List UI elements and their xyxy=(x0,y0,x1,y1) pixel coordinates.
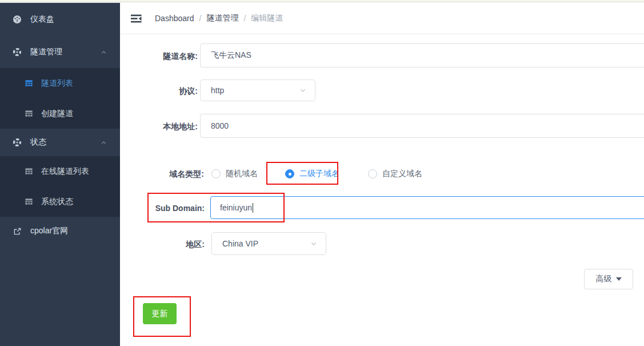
sidebar-item-label: 状态 xyxy=(30,137,46,148)
breadcrumb: Dashboard / 隧道管理 / 编辑隧道 xyxy=(155,13,283,23)
radio-custom-domain[interactable]: 自定义域名 xyxy=(368,169,422,179)
radio-circle-icon xyxy=(211,169,221,178)
table-grid-icon xyxy=(24,197,33,206)
sidebar-submenu-status: 在线隧道列表 系统状态 xyxy=(0,156,120,217)
sidebar-item-tunnel-management[interactable]: 隧道管理 xyxy=(0,36,120,68)
text-caret xyxy=(253,203,253,213)
sidebar-item-label: 隧道列表 xyxy=(41,78,73,89)
table-grid-icon xyxy=(24,79,33,88)
radio-circle-icon xyxy=(368,169,377,178)
radio-random-domain[interactable]: 随机域名 xyxy=(211,169,258,179)
breadcrumb-separator: / xyxy=(199,14,202,23)
table-grid-icon xyxy=(24,167,33,176)
sidebar-item-cpolar-website[interactable]: cpolar官网 xyxy=(0,217,120,245)
gauge-icon xyxy=(13,15,22,24)
notched-ring-icon xyxy=(13,138,22,147)
sidebar-submenu-tunnel: 隧道列表 创建隧道 xyxy=(0,68,120,129)
notched-ring-icon xyxy=(13,47,22,57)
advanced-button[interactable]: 高级 xyxy=(584,269,633,289)
breadcrumb-edit-tunnel: 编辑隧道 xyxy=(251,13,283,23)
local-address-label: 本地地址: xyxy=(129,122,198,132)
breadcrumb-dashboard[interactable]: Dashboard xyxy=(155,14,194,23)
subdomain-input[interactable]: feiniuyun xyxy=(210,196,644,219)
protocol-select[interactable]: http xyxy=(200,79,315,101)
protocol-label: 协议: xyxy=(129,86,198,97)
radio-subdomain[interactable]: 二级子域名 xyxy=(285,169,339,179)
subdomain-input-value: feiniuyun xyxy=(220,203,252,212)
sidebar-item-dashboard[interactable]: 仪表盘 xyxy=(0,3,120,36)
update-button[interactable]: 更新 xyxy=(143,303,177,324)
sidebar-item-label: 在线隧道列表 xyxy=(41,166,89,177)
breadcrumb-tunnel-management[interactable]: 隧道管理 xyxy=(206,13,238,23)
radio-circle-checked-icon xyxy=(285,169,294,178)
sidebar-item-status[interactable]: 状态 xyxy=(0,129,120,156)
tunnel-name-input[interactable] xyxy=(200,43,644,67)
sidebar-item-system-status[interactable]: 系统状态 xyxy=(0,186,120,217)
chevron-down-icon xyxy=(299,86,307,94)
advanced-button-label: 高级 xyxy=(596,274,612,284)
region-select-value: China VIP xyxy=(222,239,258,248)
page: 仪表盘 隧道管理 xyxy=(0,0,644,346)
radio-label: 随机域名 xyxy=(226,169,258,179)
sidebar-item-label: 创建隧道 xyxy=(41,109,73,119)
radio-label: 自定义域名 xyxy=(382,169,422,179)
region-label: 地区: xyxy=(129,240,205,250)
protocol-select-value: http xyxy=(211,86,224,95)
menu-fold-icon[interactable] xyxy=(130,13,142,24)
sidebar-item-online-tunnel-list[interactable]: 在线隧道列表 xyxy=(0,156,120,186)
top-strip xyxy=(0,0,644,2)
chevron-up-icon xyxy=(100,49,107,56)
radio-label: 二级子域名 xyxy=(299,169,339,179)
subdomain-label: Sub Domain: xyxy=(129,204,205,213)
breadcrumb-separator: / xyxy=(243,14,246,23)
caret-down-icon xyxy=(616,277,622,281)
sidebar-item-label: 隧道管理 xyxy=(30,47,62,57)
chevron-up-icon xyxy=(100,139,107,146)
sidebar-item-tunnel-list[interactable]: 隧道列表 xyxy=(0,68,120,98)
region-select[interactable]: China VIP xyxy=(211,232,326,255)
sidebar-item-label: 仪表盘 xyxy=(30,14,54,25)
chevron-down-icon xyxy=(310,240,318,248)
table-grid-icon xyxy=(24,109,33,118)
header: Dashboard / 隧道管理 / 编辑隧道 xyxy=(120,3,644,34)
domain-type-label: 域名类型: xyxy=(129,169,204,180)
domain-type-radio-group: 随机域名 二级子域名 自定义域名 xyxy=(207,165,422,182)
local-address-input[interactable] xyxy=(200,114,644,138)
sidebar-item-label: 系统状态 xyxy=(41,197,73,207)
sidebar: 仪表盘 隧道管理 xyxy=(0,3,120,346)
tunnel-name-label: 隧道名称: xyxy=(129,51,198,62)
sidebar-item-create-tunnel[interactable]: 创建隧道 xyxy=(0,98,120,129)
external-link-icon xyxy=(13,227,22,236)
sidebar-item-label: cpolar官网 xyxy=(30,226,68,236)
